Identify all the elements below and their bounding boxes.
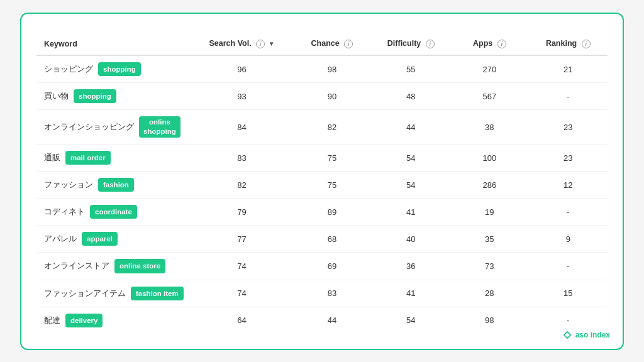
keyword-jp: コディネト [44,206,85,217]
keyword-jp: 買い物 [44,90,69,102]
cell-apps: 567 [450,83,528,110]
table-row: 配達delivery64445498- [36,307,608,334]
search-sort-icon[interactable]: ▼ [269,40,275,47]
table-row: オンラインショッピングonlineshopping8482443823 [36,110,608,145]
table-row: オンラインストアonline store74693673- [36,253,608,280]
main-card: Keyword Search Vol. i ▼ Chance i Difficu… [20,13,624,350]
ranking-info-icon[interactable]: i [582,40,591,48]
cell-difficulty: 48 [371,83,450,110]
cell-search: 83 [191,145,293,172]
cell-difficulty: 54 [371,145,450,172]
col-header-apps: Apps i [450,33,528,55]
cell-ranking: - [529,253,608,280]
search-info-icon[interactable]: i [256,40,265,48]
keywords-table: Keyword Search Vol. i ▼ Chance i Difficu… [36,33,608,334]
cell-chance: 68 [292,226,371,253]
keyword-tag: mail order [65,151,111,165]
cell-difficulty: 54 [371,307,450,334]
cell-difficulty: 41 [371,280,450,307]
col-header-ranking: Ranking i [529,33,608,55]
keyword-tag: online store [114,259,165,273]
keyword-jp: ファッション [44,179,93,190]
keyword-cell: 配達delivery [36,307,191,334]
cell-search: 84 [191,110,293,145]
table-row: アパレルapparel776840359 [36,226,608,253]
cell-search: 82 [191,172,293,199]
keyword-jp: 配達 [44,315,60,326]
cell-apps: 270 [450,55,528,83]
cell-ranking: 21 [529,55,608,83]
cell-apps: 35 [450,226,528,253]
keyword-tag: fashion [98,178,134,192]
cell-chance: 44 [292,307,371,334]
cell-difficulty: 44 [371,110,450,145]
cell-chance: 82 [292,110,371,145]
cell-search: 77 [191,226,293,253]
keyword-cell: ファッションアイテムfashion item [36,280,191,307]
keyword-cell: アパレルapparel [36,226,191,253]
cell-ranking: 9 [529,226,608,253]
keyword-tag: coordinate [90,205,137,219]
cell-search: 74 [191,253,293,280]
col-header-difficulty: Difficulty i [371,33,450,55]
cell-ranking: 23 [529,110,608,145]
apps-info-icon[interactable]: i [497,40,506,48]
table-row: 通販mail order83755410023 [36,145,608,172]
keyword-tag: apparel [82,232,118,246]
cell-apps: 38 [450,110,528,145]
cell-apps: 19 [450,199,528,226]
keyword-tag: shopping [74,89,116,103]
keyword-tag: delivery [65,314,103,327]
table-header-row: Keyword Search Vol. i ▼ Chance i Difficu… [36,33,608,55]
cell-search: 96 [191,55,293,83]
keyword-cell: ファッションfashion [36,172,191,199]
cell-apps: 286 [450,172,528,199]
cell-apps: 100 [450,145,528,172]
keyword-cell: コディネトcoordinate [36,199,191,226]
difficulty-info-icon[interactable]: i [426,40,435,48]
table-row: ファッションアイテムfashion item7483412815 [36,280,608,307]
keyword-jp: ファッションアイテム [44,288,126,299]
keyword-tag: onlineshopping [139,116,180,138]
table-row: ファッションfashion82755428612 [36,172,608,199]
keyword-cell: ショッピングshopping [36,55,191,83]
cell-difficulty: 41 [371,199,450,226]
table-row: 買い物shopping939048567- [36,83,608,110]
cell-ranking: 15 [529,280,608,307]
chance-info-icon[interactable]: i [344,40,353,48]
aso-index-logo: aso index [562,330,610,340]
cell-difficulty: 40 [371,226,450,253]
keyword-jp: ショッピング [44,63,93,75]
keyword-tag: fashion item [131,287,184,300]
cell-ranking: 23 [529,145,608,172]
logo-icon [562,330,572,340]
table-row: ショッピングshopping96985527021 [36,55,608,83]
cell-chance: 75 [292,172,371,199]
keyword-cell: 買い物shopping [36,83,191,110]
cell-ranking: 12 [529,172,608,199]
cell-chance: 98 [292,55,371,83]
cell-search: 74 [191,280,293,307]
table-row: コディネトcoordinate79894119- [36,199,608,226]
cell-chance: 90 [292,83,371,110]
cell-difficulty: 36 [371,253,450,280]
cell-apps: 73 [450,253,528,280]
col-header-keyword: Keyword [36,33,191,55]
cell-apps: 98 [450,307,528,334]
keyword-jp: 通販 [44,152,60,163]
cell-ranking: - [529,83,608,110]
col-header-chance: Chance i [292,33,371,55]
cell-search: 93 [191,83,293,110]
cell-chance: 69 [292,253,371,280]
keyword-jp: アパレル [44,233,77,244]
keyword-tag: shopping [98,62,141,76]
keyword-cell: 通販mail order [36,145,191,172]
keyword-cell: オンラインショッピングonlineshopping [36,110,191,145]
cell-search: 79 [191,199,293,226]
cell-ranking: - [529,199,608,226]
keyword-cell: オンラインストアonline store [36,253,191,280]
cell-apps: 28 [450,280,528,307]
cell-chance: 89 [292,199,371,226]
col-header-search[interactable]: Search Vol. i ▼ [191,33,293,55]
cell-chance: 75 [292,145,371,172]
